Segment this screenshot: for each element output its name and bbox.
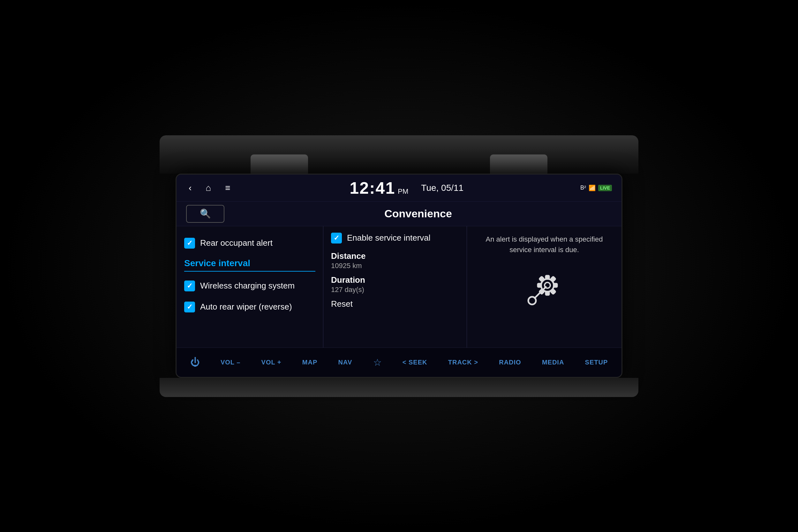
- nav-label: NAV: [338, 359, 353, 366]
- vol-down-button[interactable]: VOL –: [215, 356, 245, 368]
- left-panel: ✓ Rear occupant alert Service interval ✓…: [176, 226, 323, 347]
- setup-label: SETUP: [585, 359, 608, 366]
- track-fwd-button[interactable]: TRACK >: [443, 356, 483, 368]
- search-box[interactable]: 🔍: [186, 205, 224, 223]
- reset-button[interactable]: Reset: [331, 299, 459, 309]
- time-value: 12:41: [349, 178, 395, 197]
- distance-value: 10925 km: [331, 262, 459, 270]
- svg-rect-7: [538, 284, 541, 287]
- svg-rect-10: [551, 289, 555, 293]
- page-title: Convenience: [224, 207, 612, 220]
- rear-occupant-label: Rear occupant alert: [200, 238, 272, 248]
- info-text: An alert is displayed when a specified s…: [477, 234, 612, 255]
- svg-rect-6: [554, 284, 557, 287]
- bottom-bar: ⏻ VOL – VOL + MAP NAV ☆ < SEEK TRACK >: [176, 347, 622, 377]
- date-value: Tue, 05/11: [421, 183, 463, 193]
- map-label: MAP: [302, 359, 317, 366]
- section-divider: [184, 271, 316, 271]
- vol-up-label: VOL +: [262, 359, 282, 366]
- vent-tab-left: [251, 154, 308, 174]
- wireless-charging-item[interactable]: ✓ Wireless charging system: [176, 276, 323, 297]
- svg-rect-8: [551, 277, 555, 281]
- svg-rect-4: [546, 276, 549, 279]
- setup-button[interactable]: SETUP: [580, 356, 613, 368]
- auto-rear-wiper-item[interactable]: ✓ Auto rear wiper (reverse): [176, 297, 323, 318]
- outer-frame-bottom: [159, 378, 639, 397]
- distance-group: Distance 10925 km: [331, 251, 459, 270]
- menu-button[interactable]: ≡: [223, 182, 233, 194]
- time-display: 12:41 PM: [349, 178, 408, 197]
- enable-service-checkbox[interactable]: ✓: [331, 233, 342, 244]
- track-fwd-label: TRACK >: [448, 359, 478, 366]
- svg-point-3: [545, 282, 550, 288]
- power-button[interactable]: ⏻: [185, 354, 205, 370]
- signal-strength-icon: 📶: [589, 185, 596, 191]
- duration-label: Duration: [331, 275, 459, 285]
- svg-rect-9: [539, 277, 544, 281]
- service-interval-header[interactable]: Service interval: [176, 254, 323, 271]
- time-date-area: 12:41 PM Tue, 05/11: [349, 178, 463, 197]
- right-panel: An alert is displayed when a specified s…: [467, 226, 622, 347]
- status-bar: ‹ ⌂ ≡ 12:41 PM Tue, 05/11 B² 📶 LIVE: [176, 175, 622, 202]
- wireless-charging-checkbox[interactable]: ✓: [184, 281, 195, 291]
- svg-rect-5: [546, 292, 549, 295]
- auto-rear-wiper-checkbox[interactable]: ✓: [184, 302, 195, 312]
- media-button[interactable]: MEDIA: [537, 356, 569, 368]
- seek-back-button[interactable]: < SEEK: [397, 356, 433, 368]
- enable-service-label: Enable service interval: [347, 233, 431, 243]
- status-icons: B² 📶 LIVE: [580, 185, 612, 191]
- auto-rear-wiper-label: Auto rear wiper (reverse): [200, 302, 292, 312]
- radio-button[interactable]: RADIO: [494, 356, 526, 368]
- screen-unit: ‹ ⌂ ≡ 12:41 PM Tue, 05/11 B² 📶 LIVE 🔍: [175, 174, 623, 378]
- time-ampm: PM: [398, 187, 408, 196]
- signal-icon: B²: [580, 185, 586, 191]
- map-button[interactable]: MAP: [297, 356, 322, 368]
- media-label: MEDIA: [542, 359, 564, 366]
- nav-controls: ‹ ⌂ ≡: [186, 182, 233, 194]
- seek-back-label: < SEEK: [402, 359, 428, 366]
- vol-down-label: VOL –: [221, 359, 240, 366]
- page-title-bar: 🔍 Convenience: [176, 202, 622, 226]
- svg-point-1: [528, 297, 536, 304]
- wireless-charging-label: Wireless charging system: [200, 281, 294, 291]
- radio-label: RADIO: [499, 359, 521, 366]
- favorite-button[interactable]: ☆: [368, 354, 387, 370]
- rear-occupant-item[interactable]: ✓ Rear occupant alert: [176, 233, 323, 254]
- checkmark-icon: ✓: [187, 239, 192, 247]
- live-badge: LIVE: [598, 185, 612, 191]
- service-interval-section[interactable]: Service interval: [176, 254, 323, 271]
- rear-occupant-checkbox[interactable]: ✓: [184, 238, 195, 249]
- checkmark-icon-3: ✓: [187, 303, 192, 311]
- outer-frame-top: [159, 135, 639, 174]
- distance-label: Distance: [331, 251, 459, 261]
- duration-group: Duration 127 day(s): [331, 275, 459, 294]
- power-icon: ⏻: [190, 357, 200, 368]
- home-button[interactable]: ⌂: [203, 182, 213, 194]
- svg-rect-11: [539, 289, 544, 293]
- checkmark-icon-4: ✓: [334, 234, 339, 242]
- duration-value: 127 day(s): [331, 286, 459, 294]
- service-icon: [525, 271, 564, 310]
- main-content: ✓ Rear occupant alert Service interval ✓…: [176, 226, 622, 347]
- back-button[interactable]: ‹: [186, 182, 194, 194]
- enable-service-toggle[interactable]: ✓ Enable service interval: [331, 233, 459, 244]
- nav-button[interactable]: NAV: [333, 356, 358, 368]
- favorite-icon: ☆: [373, 357, 382, 368]
- checkmark-icon-2: ✓: [187, 282, 192, 290]
- car-surround: ‹ ⌂ ≡ 12:41 PM Tue, 05/11 B² 📶 LIVE 🔍: [0, 0, 798, 532]
- mid-panel: ✓ Enable service interval Distance 10925…: [323, 226, 467, 347]
- search-icon[interactable]: 🔍: [200, 208, 211, 219]
- vent-tab-right: [490, 154, 547, 174]
- vol-up-button[interactable]: VOL +: [256, 356, 287, 368]
